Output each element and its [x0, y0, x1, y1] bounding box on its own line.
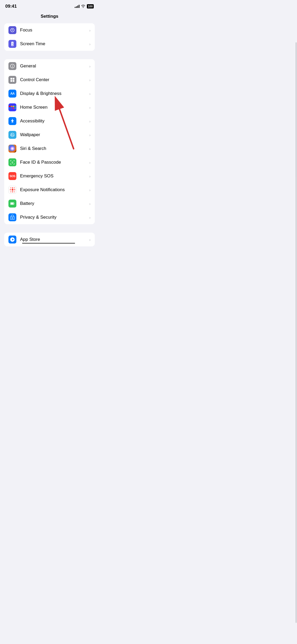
app-store-label: App Store: [20, 237, 88, 242]
settings-group-1: Focus › Screen Time ›: [4, 23, 95, 51]
settings-row-app-store[interactable]: App Store ›: [4, 233, 95, 246]
privacy-icon: [8, 213, 16, 221]
settings-row-home-screen[interactable]: Home Screen ›: [4, 100, 95, 114]
home-screen-chevron: ›: [89, 105, 91, 110]
emergency-sos-chevron: ›: [89, 174, 91, 178]
page-title: Settings: [0, 12, 99, 23]
emergency-sos-icon: SOS: [8, 172, 16, 180]
face-id-chevron: ›: [89, 160, 91, 165]
emergency-sos-label: Emergency SOS: [20, 173, 88, 179]
home-screen-icon: [8, 103, 16, 111]
control-center-chevron: ›: [89, 78, 91, 82]
status-icons: 100: [75, 4, 94, 8]
siri-label: Siri & Search: [20, 146, 88, 151]
face-id-icon: [8, 158, 16, 166]
control-center-label: Control Center: [20, 77, 88, 82]
settings-row-battery[interactable]: Battery ›: [4, 197, 95, 210]
settings-row-privacy[interactable]: Privacy & Security ›: [4, 210, 95, 224]
settings-row-wallpaper[interactable]: Wallpaper ›: [4, 128, 95, 142]
exposure-icon: [8, 186, 16, 194]
siri-chevron: ›: [89, 146, 91, 151]
screen-time-label: Screen Time: [20, 41, 88, 47]
focus-chevron: ›: [89, 28, 91, 33]
general-chevron: ›: [89, 64, 91, 68]
svg-rect-5: [13, 80, 15, 82]
battery-icon: [8, 200, 16, 208]
settings-row-accessibility[interactable]: Accessibility ›: [4, 114, 95, 128]
settings-row-general[interactable]: General ›: [4, 59, 95, 73]
control-center-icon: [8, 76, 16, 84]
settings-row-face-id[interactable]: Face ID & Passcode ›: [4, 155, 95, 169]
settings-row-exposure[interactable]: Exposure Notifications ›: [4, 183, 95, 197]
wifi-icon: [81, 4, 85, 8]
svg-rect-4: [11, 80, 12, 82]
settings-row-display[interactable]: AA Display & Brightness ›: [4, 87, 95, 100]
settings-row-focus[interactable]: Focus ›: [4, 23, 95, 37]
settings-row-siri[interactable]: Siri & Search ›: [4, 142, 95, 155]
status-time: 09:41: [5, 4, 17, 9]
accessibility-chevron: ›: [89, 119, 91, 123]
privacy-label: Privacy & Security: [20, 215, 88, 220]
signal-bars-icon: [75, 5, 79, 8]
status-bar: 09:41 100: [0, 0, 99, 12]
app-store-icon: [8, 236, 16, 243]
home-screen-label: Home Screen: [20, 105, 88, 110]
focus-label: Focus: [20, 27, 88, 33]
settings-row-screen-time[interactable]: Screen Time ›: [4, 37, 95, 51]
screen-time-icon: [8, 40, 16, 48]
battery-label: Battery: [20, 201, 88, 206]
battery-chevron: ›: [89, 201, 91, 206]
battery-icon: 100: [87, 4, 94, 8]
wallpaper-chevron: ›: [89, 133, 91, 137]
svg-point-7: [11, 133, 14, 136]
display-label: Display & Brightness: [20, 91, 88, 96]
exposure-label: Exposure Notifications: [20, 187, 88, 192]
face-id-label: Face ID & Passcode: [20, 160, 88, 165]
general-label: General: [20, 63, 88, 69]
wallpaper-label: Wallpaper: [20, 132, 88, 137]
svg-point-6: [12, 119, 13, 120]
svg-rect-2: [11, 78, 12, 80]
app-store-chevron: ›: [89, 237, 91, 242]
svg-point-8: [11, 134, 12, 135]
svg-rect-11: [11, 203, 13, 204]
settings-row-emergency-sos[interactable]: SOS Emergency SOS ›: [4, 169, 95, 183]
wallpaper-icon: [8, 131, 16, 139]
svg-rect-3: [13, 78, 15, 80]
settings-group-3: App Store ›: [4, 233, 95, 246]
exposure-chevron: ›: [89, 188, 91, 192]
focus-icon: [8, 26, 16, 34]
siri-icon: [8, 145, 16, 153]
display-icon: AA: [8, 90, 16, 98]
settings-group-2: General › Control Center › AA Display & …: [4, 59, 95, 224]
svg-rect-1: [12, 45, 13, 46]
accessibility-icon: [8, 117, 16, 125]
general-icon: [8, 62, 16, 70]
accessibility-label: Accessibility: [20, 118, 88, 124]
display-chevron: ›: [89, 91, 91, 96]
screen-time-chevron: ›: [89, 42, 91, 46]
settings-row-control-center[interactable]: Control Center ›: [4, 73, 95, 87]
privacy-chevron: ›: [89, 215, 91, 220]
